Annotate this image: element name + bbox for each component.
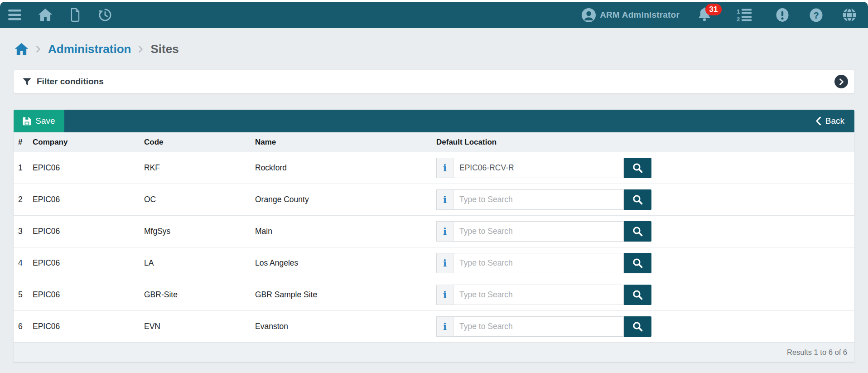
action-toolbar: Save Back	[14, 110, 854, 132]
cell-default-location: i	[436, 189, 854, 210]
breadcrumb-administration[interactable]: Administration	[48, 42, 131, 56]
location-input[interactable]	[453, 316, 624, 337]
numbered-list-icon[interactable]: 1 2	[736, 6, 753, 24]
table-row: 4 EPIC06 LA Los Angeles i	[14, 247, 854, 279]
location-search-group: i	[436, 316, 651, 337]
filter-conditions-label: Filter conditions	[37, 77, 104, 87]
navbar-left-group	[0, 6, 114, 24]
search-button[interactable]	[624, 189, 651, 210]
cell-company: EPIC06	[33, 290, 144, 300]
info-button[interactable]: i	[436, 285, 453, 305]
cell-code: LA	[144, 258, 255, 268]
location-search-group: i	[436, 253, 651, 273]
search-icon	[632, 194, 643, 205]
avatar	[582, 8, 596, 22]
row-number: 6	[14, 322, 33, 331]
breadcrumb-separator-icon	[138, 45, 143, 53]
document-icon[interactable]	[67, 6, 84, 24]
info-icon: i	[443, 258, 447, 268]
table-row: 5 EPIC06 GBR-Site GBR Sample Site i	[14, 279, 854, 311]
search-button[interactable]	[624, 316, 651, 337]
chevron-right-icon	[839, 78, 844, 85]
user-menu[interactable]: ARM Administrator	[582, 8, 680, 22]
cell-code: OC	[144, 195, 255, 204]
filter-conditions-bar[interactable]: Filter conditions	[14, 70, 854, 93]
back-button[interactable]: Back	[815, 116, 854, 126]
user-name: ARM Administrator	[600, 10, 680, 20]
history-icon[interactable]	[96, 6, 114, 24]
column-header-default-location: Default Location	[436, 138, 854, 147]
cell-default-location: i	[436, 285, 854, 305]
cell-company: EPIC06	[33, 195, 144, 204]
filter-icon	[23, 78, 31, 86]
results-count: Results 1 to 6 of 6	[787, 348, 847, 357]
notifications-button[interactable]: 31	[698, 7, 711, 23]
breadcrumb-home-icon[interactable]	[14, 43, 29, 55]
cell-company: EPIC06	[33, 227, 144, 236]
cell-name: Main	[255, 227, 436, 236]
save-icon	[23, 117, 31, 126]
location-search-group: i	[436, 221, 651, 242]
column-header-name: Name	[255, 138, 436, 147]
search-icon	[632, 163, 643, 173]
search-button[interactable]	[624, 158, 651, 178]
info-button[interactable]: i	[436, 189, 453, 210]
location-input[interactable]	[453, 221, 624, 242]
chevron-left-icon	[815, 116, 821, 126]
search-icon	[632, 258, 643, 268]
row-number: 5	[14, 290, 33, 300]
cell-company: EPIC06	[33, 258, 144, 268]
table-body: 1 EPIC06 RKF Rockford i 2 EPIC06 OC Or	[14, 152, 854, 343]
cell-code: GBR-Site	[144, 290, 255, 300]
table-footer: Results 1 to 6 of 6	[14, 343, 854, 362]
search-button[interactable]	[624, 285, 651, 305]
filter-expand-button[interactable]	[834, 75, 848, 88]
row-number: 3	[14, 227, 33, 236]
info-button[interactable]: i	[436, 316, 453, 337]
search-icon	[632, 290, 643, 300]
home-icon[interactable]	[37, 6, 54, 24]
column-header-num: #	[14, 138, 33, 147]
location-search-group: i	[436, 158, 651, 178]
table-row: 1 EPIC06 RKF Rockford i	[14, 152, 854, 184]
svg-text:1: 1	[737, 8, 740, 15]
location-input[interactable]	[453, 158, 624, 178]
info-icon: i	[443, 322, 447, 331]
app-window: ARM Administrator 31 1 2	[0, 2, 868, 373]
breadcrumb-current-sites: Sites	[150, 42, 178, 56]
info-button[interactable]: i	[436, 158, 453, 178]
save-button[interactable]: Save	[14, 110, 64, 132]
cell-default-location: i	[436, 316, 854, 337]
info-button[interactable]: i	[436, 221, 453, 242]
sites-table: # Company Code Name Default Location 1 E…	[14, 132, 854, 362]
globe-icon[interactable]	[841, 6, 858, 24]
top-navbar: ARM Administrator 31 1 2	[0, 2, 868, 28]
row-number: 2	[14, 195, 33, 204]
location-input[interactable]	[453, 189, 624, 210]
help-icon[interactable]: ?	[807, 6, 825, 24]
location-input[interactable]	[453, 285, 624, 305]
cell-code: EVN	[144, 322, 255, 331]
cell-code: MfgSys	[144, 227, 255, 236]
cell-name: GBR Sample Site	[255, 290, 436, 300]
info-button[interactable]: i	[436, 253, 453, 273]
cell-name: Los Angeles	[255, 258, 436, 268]
info-icon: i	[443, 227, 447, 236]
location-search-group: i	[436, 189, 651, 210]
search-icon	[632, 321, 643, 332]
navbar-right-group: ARM Administrator 31 1 2	[582, 6, 868, 24]
search-button[interactable]	[624, 253, 651, 273]
column-header-company: Company	[33, 138, 144, 147]
info-icon: i	[443, 163, 447, 173]
breadcrumb: Administration Sites	[0, 28, 868, 70]
menu-icon[interactable]	[7, 6, 24, 24]
table-row: 3 EPIC06 MfgSys Main i	[14, 216, 854, 247]
search-button[interactable]	[624, 221, 651, 242]
alert-icon[interactable]	[774, 6, 791, 24]
notification-badge: 31	[705, 4, 722, 15]
location-input[interactable]	[453, 253, 624, 273]
back-button-label: Back	[825, 116, 844, 126]
cell-company: EPIC06	[33, 163, 144, 173]
cell-company: EPIC06	[33, 322, 144, 331]
cell-code: RKF	[144, 163, 255, 173]
